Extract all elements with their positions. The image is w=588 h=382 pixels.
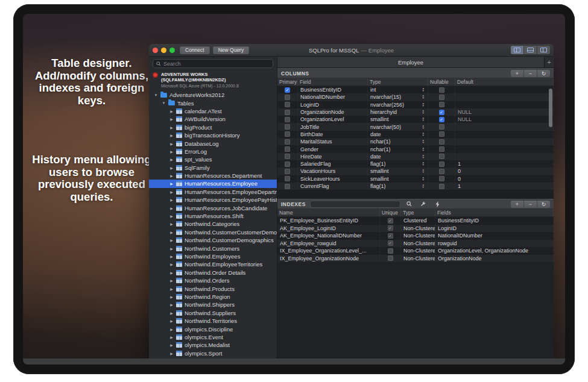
disclosure-triangle-icon[interactable]: ▶	[169, 133, 174, 137]
type-cell[interactable]: smallint▲▼	[368, 116, 428, 123]
add-index-button[interactable]: +	[511, 201, 523, 208]
refresh-indexes-button[interactable]: ↻	[537, 201, 550, 208]
index-fields-cell[interactable]: OrganizationLevel, OrganizationNode	[435, 247, 554, 255]
default-cell[interactable]	[455, 138, 554, 145]
type-cell[interactable]: nchar(1)▲▼	[368, 145, 428, 152]
sidebar-item-northwind-customerdemographics[interactable]: ▶Northwind.CustomerDemographics	[149, 236, 277, 244]
nullable-checkbox[interactable]	[439, 146, 444, 152]
nullable-checkbox[interactable]	[439, 110, 444, 115]
index-header-unique[interactable]: Unique	[380, 209, 401, 216]
index-fields-cell[interactable]: LoginID	[435, 225, 554, 233]
index-name-cell[interactable]: IX_Employee_OrganizationLevel_...	[277, 247, 380, 255]
primary-checkbox[interactable]	[285, 169, 290, 174]
column-row[interactable]: HireDatedate▲▼	[277, 153, 554, 160]
type-stepper[interactable]: ▲▼	[422, 125, 425, 130]
field-cell[interactable]: VacationHours	[298, 168, 368, 175]
type-stepper[interactable]: ▲▼	[422, 139, 425, 144]
index-name-cell[interactable]: AK_Employee_NationalIDNumber	[277, 232, 380, 240]
minimize-button[interactable]	[161, 48, 166, 53]
column-row[interactable]: LoginIDnvarchar(256)▲▼	[277, 101, 554, 108]
primary-checkbox[interactable]	[285, 139, 290, 145]
primary-checkbox[interactable]	[285, 117, 290, 122]
default-cell[interactable]	[455, 123, 554, 130]
column-row[interactable]: JobTitlenvarchar(50)▲▼	[277, 123, 554, 130]
nullable-checkbox[interactable]	[439, 184, 444, 189]
default-cell[interactable]: 0	[455, 168, 554, 175]
index-name-cell[interactable]: AK_Employee_LoginID	[277, 225, 380, 233]
default-cell[interactable]: 1	[455, 160, 554, 168]
unique-checkbox[interactable]	[388, 255, 393, 261]
type-cell[interactable]: hierarchyid▲▼	[368, 108, 428, 116]
disclosure-triangle-icon[interactable]: ▶	[169, 278, 174, 283]
type-cell[interactable]: nvarchar(256)▲▼	[368, 101, 428, 108]
sidebar-item-sqlfamily[interactable]: ▶SqlFamily	[149, 164, 277, 172]
column-row[interactable]: MaritalStatusnchar(1)▲▼	[277, 138, 554, 145]
default-cell[interactable]	[455, 145, 554, 152]
index-row[interactable]: AK_Employee_LoginIDNon-ClusteredLoginID	[277, 225, 554, 233]
sidebar-item-awbuildversion[interactable]: ▶AWBuildVersion	[149, 115, 277, 123]
sidebar-item-humanresources-department[interactable]: ▶HumanResources.Department	[149, 172, 277, 180]
primary-checkbox[interactable]	[285, 184, 290, 189]
disclosure-triangle-icon[interactable]: ▶	[169, 117, 174, 121]
index-header-fields[interactable]: Fields	[435, 209, 554, 216]
disclosure-triangle-icon[interactable]: ▶	[169, 109, 174, 113]
type-cell[interactable]: int▲▼	[368, 86, 428, 93]
nullable-checkbox[interactable]	[439, 87, 444, 93]
default-cell[interactable]	[455, 93, 554, 101]
default-cell[interactable]	[455, 86, 554, 93]
primary-checkbox[interactable]	[285, 161, 290, 167]
sidebar-item-humanresources-employee[interactable]: ▶HumanResources.Employee	[149, 180, 277, 187]
view-split-vertical-button[interactable]	[537, 46, 550, 54]
disclosure-triangle-icon[interactable]: ▶	[169, 142, 174, 146]
field-cell[interactable]: JobTitle	[298, 123, 368, 130]
primary-checkbox[interactable]	[285, 154, 290, 159]
view-split-horizontal-button[interactable]	[524, 46, 537, 54]
disclosure-triangle-icon[interactable]: ▼	[162, 101, 166, 105]
disclosure-triangle-icon[interactable]: ▶	[169, 246, 174, 251]
field-cell[interactable]: SickLeaveHours	[298, 175, 368, 183]
type-cell[interactable]: date▲▼	[368, 153, 428, 160]
field-cell[interactable]: BusinessEntityID	[298, 86, 368, 93]
disclosure-triangle-icon[interactable]: ▶	[169, 351, 174, 355]
type-stepper[interactable]: ▲▼	[422, 177, 425, 181]
index-row[interactable]: AK_Employee_rowguidNon-Clusteredrowguid	[277, 240, 554, 248]
column-header-type[interactable]: Type	[368, 78, 428, 86]
type-stepper[interactable]: ▲▼	[422, 95, 425, 99]
index-type-cell[interactable]: Non-Clustered	[401, 232, 435, 240]
index-row[interactable]: IX_Employee_OrganizationNodeNon-Clustere…	[277, 255, 554, 263]
type-stepper[interactable]: ▲▼	[422, 147, 425, 152]
primary-checkbox[interactable]	[285, 131, 290, 137]
disclosure-triangle-icon[interactable]: ▶	[169, 230, 174, 234]
sidebar-search-field[interactable]	[153, 59, 273, 68]
disclosure-triangle-icon[interactable]: ▶	[169, 327, 174, 331]
nullable-checkbox[interactable]	[439, 139, 444, 145]
connect-button[interactable]: Connect	[180, 46, 210, 54]
index-fields-cell[interactable]: rowguid	[435, 240, 554, 248]
disclosure-triangle-icon[interactable]: ▶	[169, 166, 174, 170]
field-cell[interactable]: LoginID	[298, 101, 368, 108]
view-single-pane-button[interactable]	[511, 46, 523, 54]
new-query-button[interactable]: New Query	[213, 46, 250, 54]
nullable-checkbox[interactable]	[439, 102, 444, 107]
type-cell[interactable]: flag(1)▲▼	[368, 183, 428, 190]
sidebar-item-humanresources-shift[interactable]: ▶HumanResources.Shift	[149, 212, 277, 220]
add-column-button[interactable]: +	[511, 70, 523, 77]
zoom-button[interactable]	[169, 48, 175, 53]
search-input[interactable]	[163, 61, 270, 67]
default-cell[interactable]: NULL	[455, 108, 554, 116]
field-cell[interactable]: BirthDate	[298, 131, 368, 138]
type-stepper[interactable]: ▲▼	[422, 117, 425, 122]
sidebar-item-northwind-customercustomerdemo[interactable]: ▶Northwind.CustomerCustomerDemo	[149, 228, 277, 236]
disclosure-triangle-icon[interactable]: ▶	[169, 343, 174, 347]
index-header-type[interactable]: Type	[401, 209, 435, 216]
index-type-cell[interactable]: Clustered	[401, 217, 435, 225]
primary-checkbox[interactable]	[285, 110, 290, 115]
sidebar-item-adventureworks2012[interactable]: ▼AdventureWorks2012	[149, 91, 277, 99]
field-cell[interactable]: SalariedFlag	[298, 160, 368, 168]
column-row[interactable]: VacationHourssmallint▲▼0	[277, 168, 554, 175]
index-type-cell[interactable]: Non-Clustered	[401, 240, 435, 248]
type-stepper[interactable]: ▲▼	[422, 87, 425, 92]
disclosure-triangle-icon[interactable]: ▶	[169, 190, 174, 194]
column-header-nullable[interactable]: Nullable	[428, 78, 455, 86]
unique-checkbox[interactable]	[388, 225, 393, 231]
